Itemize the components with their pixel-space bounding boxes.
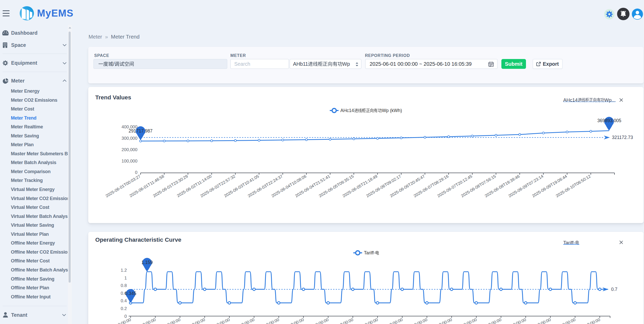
svg-text:0.4: 0.4 [121, 298, 127, 303]
svg-text:100,000: 100,000 [122, 159, 137, 164]
svg-text:0.7: 0.7 [611, 287, 617, 292]
svg-text:200,000: 200,000 [122, 147, 137, 152]
svg-text:1: 1 [125, 276, 127, 281]
svg-text:0.2: 0.2 [121, 306, 127, 311]
svg-text:0.345: 0.345 [125, 291, 136, 296]
svg-text:0.8: 0.8 [121, 283, 127, 288]
svg-text:1.2: 1.2 [121, 268, 127, 273]
svg-text:0: 0 [125, 314, 127, 319]
svg-text:291717.987: 291717.987 [129, 128, 152, 134]
svg-text:1.159: 1.159 [141, 260, 153, 265]
svg-text:321172.73: 321172.73 [612, 135, 633, 140]
svg-text:300,000: 300,000 [122, 136, 137, 141]
svg-text:0: 0 [135, 170, 137, 175]
svg-text:369893.005: 369893.005 [597, 118, 621, 123]
